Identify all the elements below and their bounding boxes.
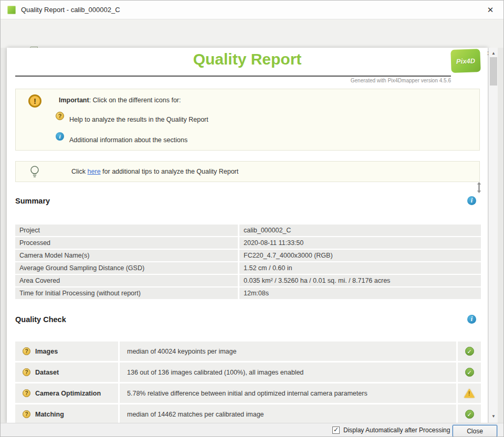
report-title: Quality Report: [7, 50, 488, 68]
scroll-up-icon[interactable]: ▲: [489, 49, 498, 57]
summary-value: 12m:08s: [239, 287, 481, 299]
tips-pre: Click: [71, 168, 88, 175]
report-page: Quality Report Pix4D Generated with Pix4…: [7, 48, 488, 423]
summary-label: Average Ground Sampling Distance (GSD): [15, 262, 238, 274]
notice-help-text: Help to analyze the results in the Quali…: [69, 116, 208, 123]
table-row: Area Covered0.035 km² / 3.5260 ha / 0.01…: [15, 275, 481, 286]
status-warning-icon: [464, 389, 475, 398]
important-exclamation-icon: !: [28, 94, 41, 108]
important-rest: : Click on the different icons for:: [89, 97, 181, 104]
notice-item-info: i Additional information about the secti…: [56, 132, 187, 144]
tips-post: for additional tips to analyze the Quali…: [101, 168, 239, 175]
qc-label: Images: [35, 348, 58, 355]
summary-value: calib_000002_C: [239, 225, 481, 236]
header-rule: [15, 76, 451, 77]
status-check-icon: [465, 410, 474, 419]
summary-info-icon[interactable]: i: [467, 196, 476, 205]
qc-label-cell: ?Images: [15, 342, 118, 361]
qc-label-cell: ?Camera Optimization: [15, 383, 118, 403]
help-icon[interactable]: ?: [23, 389, 30, 397]
notice-item-help: ? Help to analyze the results in the Qua…: [56, 112, 208, 123]
summary-value: 1.52 cm / 0.60 in: [239, 262, 481, 274]
generated-version-text: Generated with Pix4Dmapper version 4.5.6: [15, 78, 451, 83]
table-row: Processed2020-08-11 11:33:50: [15, 237, 481, 249]
status-check-icon: [465, 347, 474, 356]
summary-table: Projectcalib_000002_C Processed2020-08-1…: [15, 225, 481, 300]
qc-label-cell: ?Dataset: [15, 363, 118, 382]
summary-label: Time for Initial Processing (without rep…: [15, 287, 238, 299]
qc-status-cell: [458, 342, 481, 361]
help-icon[interactable]: ?: [56, 112, 64, 120]
qc-value-cell: median of 14462 matches per calibrated i…: [120, 404, 456, 423]
important-label: Important: [59, 97, 89, 104]
mouse-cursor-ns-resize: [476, 182, 482, 196]
close-icon[interactable]: ✕: [481, 1, 499, 19]
qc-label: Matching: [35, 411, 64, 418]
table-row: Average Ground Sampling Distance (GSD)1.…: [15, 262, 481, 274]
summary-label: Camera Model Name(s): [15, 250, 238, 261]
tips-text: Click here for additional tips to analyz…: [71, 168, 238, 175]
scrollbar-thumb[interactable]: [490, 57, 497, 86]
vertical-scrollbar[interactable]: ▲ ▼: [488, 48, 498, 423]
quality-check-info-icon[interactable]: i: [467, 315, 476, 324]
qc-value-cell: median of 40024 keypoints per image: [120, 342, 456, 361]
quality-report-window: Quality Report - calib_000002_C ✕ PDF « …: [0, 0, 504, 437]
help-icon[interactable]: ?: [23, 347, 30, 355]
tips-here-link[interactable]: here: [88, 168, 101, 175]
qc-value-cell: 136 out of 136 images calibrated (100%),…: [120, 363, 456, 382]
help-icon[interactable]: ?: [23, 368, 30, 376]
summary-label: Processed: [15, 237, 238, 249]
table-row: ?Camera Optimization 5.78% relative diff…: [15, 383, 481, 403]
close-button[interactable]: Close: [453, 425, 497, 437]
qc-label-cell: ?Matching: [15, 404, 118, 423]
window-title: Quality Report - calib_000002_C: [21, 6, 120, 14]
qc-value-cell: 5.78% relative difference between initia…: [120, 383, 456, 403]
display-automatically-label: Display Automatically after Processing: [343, 427, 450, 434]
summary-value: FC220_4.7_4000x3000 (RGB): [239, 250, 481, 261]
status-check-icon: [465, 368, 474, 377]
title-bar: Quality Report - calib_000002_C ✕: [1, 1, 504, 19]
qc-label: Camera Optimization: [35, 390, 101, 397]
toolbar: PDF « » Online Support: [1, 19, 504, 48]
table-row: ?Matching median of 14462 matches per ca…: [15, 404, 481, 423]
table-row: Projectcalib_000002_C: [15, 225, 481, 236]
important-text: Important: Click on the different icons …: [59, 97, 181, 104]
qc-status-cell: [458, 383, 481, 403]
table-row: ?Dataset 136 out of 136 images calibrate…: [15, 363, 481, 382]
important-notice-box: ! Important: Click on the different icon…: [15, 89, 480, 151]
app-icon: [7, 6, 16, 14]
qc-label: Dataset: [35, 369, 59, 376]
qc-status-cell: [458, 363, 481, 382]
summary-label: Project: [15, 225, 238, 236]
quality-check-table: ?Images median of 40024 keypoints per im…: [15, 342, 481, 423]
display-automatically-checkbox[interactable]: [332, 427, 340, 434]
summary-heading: Summary: [15, 197, 50, 205]
footer-bar: Display Automatically after Processing C…: [1, 423, 504, 437]
pix4d-logo: Pix4D: [450, 49, 481, 73]
scroll-down-icon[interactable]: ▼: [489, 412, 498, 420]
table-row: Camera Model Name(s)FC220_4.7_4000x3000 …: [15, 250, 481, 261]
summary-label: Area Covered: [15, 275, 238, 286]
table-row: Time for Initial Processing (without rep…: [15, 287, 481, 299]
qc-status-cell: [458, 404, 481, 423]
quality-check-heading: Quality Check: [15, 315, 66, 324]
notice-info-text: Additional information about the section…: [69, 136, 187, 144]
summary-value: 0.035 km² / 3.5260 ha / 0.01 sq. mi. / 8…: [239, 275, 481, 286]
summary-value: 2020-08-11 11:33:50: [239, 237, 481, 249]
lightbulb-icon: [29, 165, 40, 181]
info-icon[interactable]: i: [56, 132, 64, 141]
table-row: ?Images median of 40024 keypoints per im…: [15, 342, 481, 361]
tips-box: Click here for additional tips to analyz…: [15, 161, 480, 182]
help-icon[interactable]: ?: [23, 410, 30, 418]
